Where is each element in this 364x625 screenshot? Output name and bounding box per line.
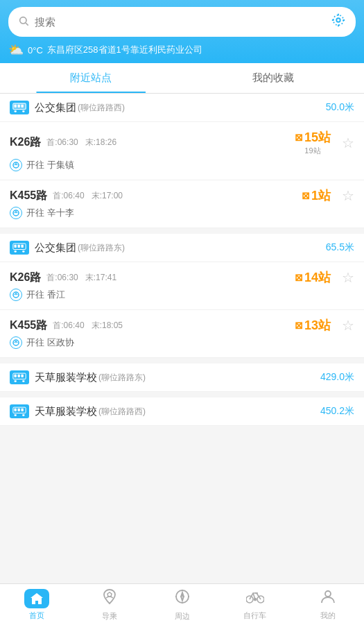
- svg-point-43: [325, 591, 331, 597]
- route-top: K26路 首:06:30 末:18:26 ⊠ 15站 19站 ☆: [10, 129, 354, 156]
- svg-rect-23: [18, 375, 20, 377]
- bottom-nav: 首页 导乘 周边: [0, 583, 364, 625]
- route-row: K455路 首:06:40 末:17:00 ⊠ 1站 ☆: [0, 180, 364, 228]
- svg-marker-35: [181, 595, 184, 601]
- tab-favorites[interactable]: 我的收藏: [182, 63, 365, 93]
- star-button[interactable]: ☆: [342, 318, 354, 332]
- route-bottom: 开往 香江: [10, 289, 354, 307]
- star-button[interactable]: ☆: [342, 136, 354, 150]
- svg-rect-15: [18, 245, 20, 248]
- star-button[interactable]: ☆: [342, 189, 354, 203]
- route-row: K455路 首:06:40 末:18:05 ⊠ 13站 ☆: [0, 310, 364, 358]
- route-time: 首:06:30 末:17:41: [46, 272, 295, 284]
- content: 公交集团 (聊位路路西) 50.0米 K26路 首:06:30 末:18:26 …: [0, 94, 364, 479]
- search-input[interactable]: [35, 16, 331, 28]
- svg-point-0: [20, 17, 26, 23]
- svg-rect-30: [21, 409, 24, 411]
- route-number[interactable]: K26路: [10, 271, 41, 285]
- svg-point-42: [254, 598, 256, 600]
- svg-point-2: [336, 18, 340, 22]
- route-dir-icon: [10, 159, 22, 171]
- tab-nearby[interactable]: 附近站点: [0, 63, 182, 93]
- route-number[interactable]: K455路: [10, 189, 47, 203]
- route-bottom: 开往 于集镇: [10, 159, 354, 177]
- station-group: 公交集团 (聊位路路东) 65.5米 K26路 首:06:30 末:17:41 …: [0, 234, 364, 358]
- person-icon: [320, 589, 336, 608]
- station-name-3: 天草服装学校: [35, 371, 97, 384]
- route-dir-icon: [10, 336, 22, 349]
- route-row: K26路 首:06:30 末:17:41 ⊠ 14站 ☆: [0, 262, 364, 310]
- station-dist-1: 50.0米: [326, 101, 354, 114]
- weather-icon: ⛅: [8, 42, 24, 58]
- station-group: 公交集团 (聊位路路西) 50.0米 K26路 首:06:30 末:18:26 …: [0, 94, 364, 228]
- svg-point-3: [333, 15, 344, 26]
- nav-bike-label: 自行车: [243, 610, 266, 621]
- station-sub-3: (聊位路路东): [98, 372, 146, 384]
- station-group: 天草服装学校 (聊位路路东) 429.0米: [0, 363, 364, 392]
- svg-rect-14: [15, 245, 17, 248]
- bus-stop-icon: [10, 370, 29, 384]
- temperature: 0°C: [28, 45, 43, 55]
- route-number[interactable]: K455路: [10, 318, 47, 333]
- weather-location: 东昌府区258省道1号靠近利民药业公司: [47, 44, 356, 56]
- nav-nearby[interactable]: 周边: [146, 584, 218, 625]
- bike-icon: [246, 589, 264, 608]
- bus-stop-icon: [10, 101, 29, 114]
- stops-count: ⊠ 15站: [295, 129, 331, 146]
- station-group: 天草服装学校 (聊位路路西) 450.2米: [0, 397, 364, 426]
- station-header: 公交集团 (聊位路路东) 65.5米: [0, 234, 364, 262]
- nav-nearby-label: 周边: [175, 611, 190, 622]
- guide-icon: [101, 588, 118, 609]
- nav-guide[interactable]: 导乘: [73, 584, 146, 625]
- route-dir-icon: [10, 207, 22, 219]
- stops-count: ⊠ 14站: [295, 269, 331, 286]
- station-dist-2: 65.5米: [326, 241, 354, 254]
- svg-rect-6: [15, 105, 17, 108]
- station-header: 公交集团 (聊位路路西) 50.0米: [0, 94, 364, 122]
- route-time: 首:06:40 末:18:05: [53, 320, 295, 332]
- stops-count: ⊠ 13站: [295, 317, 331, 334]
- route-stops: ⊠ 14站: [295, 269, 331, 286]
- nav-home[interactable]: 首页: [0, 584, 73, 625]
- route-number[interactable]: K26路: [10, 135, 41, 150]
- bus-stop-icon: [10, 241, 29, 255]
- station-name-2: 公交集团: [35, 241, 76, 255]
- station-name-4: 天草服装学校: [35, 405, 97, 418]
- svg-rect-31: [15, 414, 17, 416]
- nav-bike[interactable]: 自行车: [218, 584, 291, 625]
- search-bar[interactable]: [8, 7, 356, 37]
- station-sub-2: (聊位路路东): [78, 242, 125, 254]
- route-dest: 开往 于集镇: [26, 159, 74, 171]
- svg-rect-26: [22, 380, 24, 382]
- station-header: 天草服装学校 (聊位路路西) 450.2米: [0, 397, 364, 426]
- route-top: K455路 首:06:40 末:18:05 ⊠ 13站 ☆: [10, 317, 354, 334]
- nav-mine[interactable]: 我的: [291, 584, 364, 625]
- svg-rect-24: [21, 375, 24, 377]
- station-dist-3: 429.0米: [320, 371, 354, 384]
- search-icon: [18, 15, 29, 29]
- svg-rect-25: [15, 380, 17, 382]
- svg-rect-29: [18, 409, 20, 411]
- compass-icon: [174, 588, 191, 609]
- route-dir-icon: [10, 289, 22, 301]
- location-icon[interactable]: [331, 12, 346, 31]
- header: ⛅ 0°C 东昌府区258省道1号靠近利民药业公司: [0, 0, 364, 63]
- route-dest: 开往 区政协: [26, 336, 74, 349]
- route-dest: 开往 香江: [26, 289, 65, 301]
- svg-rect-7: [18, 105, 20, 108]
- route-stops: ⊠ 13站: [295, 317, 331, 334]
- svg-rect-18: [22, 250, 24, 252]
- station-sub-1: (聊位路路西): [78, 102, 125, 114]
- station-header: 天草服装学校 (聊位路路东) 429.0米: [0, 363, 364, 392]
- svg-rect-9: [15, 110, 17, 112]
- route-dest: 开往 辛十李: [26, 207, 74, 219]
- svg-rect-32: [22, 414, 24, 416]
- station-name-1: 公交集团: [35, 101, 76, 114]
- stops-label: 19站: [304, 146, 320, 156]
- nav-guide-label: 导乘: [102, 611, 117, 622]
- station-dist-4: 450.2米: [320, 405, 354, 418]
- route-bottom: 开往 区政协: [10, 336, 354, 354]
- svg-rect-8: [21, 105, 24, 108]
- route-time: 首:06:30 末:18:26: [46, 137, 295, 148]
- star-button[interactable]: ☆: [342, 271, 354, 284]
